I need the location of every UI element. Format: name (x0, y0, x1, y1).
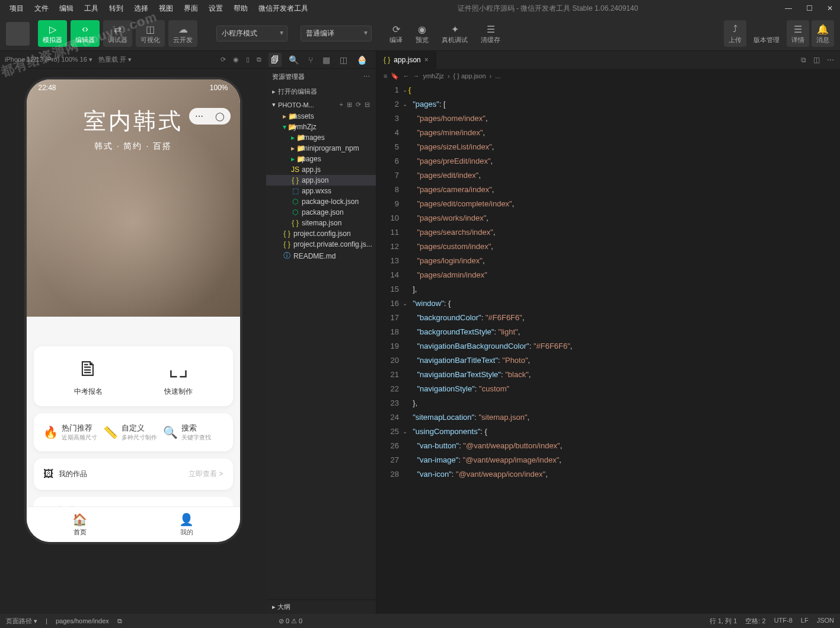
preview-button[interactable]: ◉预览 (411, 20, 433, 47)
copy-path-icon[interactable]: ⧉ (117, 617, 122, 625)
collapse-icon[interactable]: ⊟ (365, 101, 370, 109)
language-mode[interactable]: JSON (817, 617, 834, 626)
encoding-setting[interactable]: UTF-8 (774, 617, 793, 626)
tree-item-images[interactable]: ▸ 📁images (266, 132, 376, 143)
debug-tab-icon[interactable]: 🧁 (354, 53, 369, 67)
compare-icon[interactable]: ⧉ (801, 56, 806, 64)
extensions-tab-icon[interactable]: ▦ (320, 53, 333, 67)
new-folder-icon[interactable]: ⊞ (347, 101, 352, 109)
menu-项目[interactable]: 项目 (5, 1, 28, 16)
visual-button[interactable]: ◫可视化 (136, 20, 165, 47)
files-tab-icon[interactable]: 🗐 (269, 53, 282, 67)
my-works-card[interactable]: 🖼 我的作品 立即查看 > (34, 458, 233, 490)
new-file-icon[interactable]: + (340, 101, 343, 109)
menu-视图[interactable]: 视图 (154, 1, 178, 16)
split-icon[interactable]: ◫ (813, 56, 820, 64)
exam-signup-button[interactable]: 🗎 中考报名 (74, 356, 103, 397)
code-editor[interactable]: ⌄1⌄23456789101112131415⌄1617181920212223… (376, 83, 840, 614)
breadcrumb[interactable]: ≡🔖 ← → ymhZjz › { } app.json › ... (376, 69, 840, 83)
menu-选择[interactable]: 选择 (129, 1, 153, 16)
search-tab-icon[interactable]: 🔍 (286, 53, 301, 67)
tree-item-package-lock.json[interactable]: ⬡package-lock.json (266, 196, 376, 207)
component-tab-icon[interactable]: ◫ (337, 53, 350, 67)
tree-item-app.js[interactable]: JSapp.js (266, 164, 376, 175)
search-button[interactable]: 🔍 搜索关键字查找 (163, 423, 223, 442)
folder-icon: ▸ 📁 (291, 133, 299, 142)
reload-icon[interactable]: ⟳ (221, 56, 226, 63)
page-path-dropdown[interactable]: 页面路径 ▾ (6, 617, 37, 626)
menu-帮助[interactable]: 帮助 (229, 1, 253, 16)
open-editors-section[interactable]: ▸ 打开的编辑器 (266, 85, 376, 98)
hot-button[interactable]: 🔥 热门推荐近期高频尺寸 (43, 423, 103, 442)
tree-item-ymhZjz[interactable]: ▾ 📂ymhZjz (266, 122, 376, 132)
explorer-pane: 🗐 🔍 ⑂ ▦ ◫ 🧁 资源管理器 ⋯ ▸ 打开的编辑器 ▾ PHOTO-M..… (266, 51, 376, 614)
avatar[interactable] (6, 22, 30, 46)
device-dropdown[interactable]: iPhone 12/13 (Pro) 100% 16 ▾ (5, 56, 92, 63)
version-button[interactable]: 版本管理 (749, 20, 784, 47)
phone-icon[interactable]: ▯ (246, 56, 250, 63)
tree-item-project.private.config.js...[interactable]: { }project.private.config.js... (266, 239, 376, 250)
quick-make-button[interactable]: ⌞⌟ 快速制作 (164, 356, 193, 397)
debugger-button[interactable]: ⇄调试器 (103, 20, 132, 47)
hot-reload-dropdown[interactable]: 热重载 开 ▾ (98, 55, 132, 64)
more-actions-icon[interactable]: ⋯ (827, 56, 834, 64)
menu-界面[interactable]: 界面 (179, 1, 203, 16)
current-page-path[interactable]: pages/home/index (56, 617, 109, 624)
real-debug-button[interactable]: ✦真机调试 (437, 20, 472, 47)
project-section[interactable]: ▾ PHOTO-M... + ⊞ ⟳ ⊟ (266, 98, 376, 111)
toolbar: ▷模拟器 ‹›编辑器 ⇄调试器 ◫可视化 ☁云开发 小程序模式 普通编译 ⟳编译… (0, 17, 840, 51)
tree-item-sitemap.json[interactable]: { }sitemap.json (266, 218, 376, 228)
tree-item-project.config.json[interactable]: { }project.config.json (266, 228, 376, 239)
menu-设置[interactable]: 设置 (204, 1, 228, 16)
tree-item-assets[interactable]: ▸ 📁assets (266, 111, 376, 122)
cloud-button[interactable]: ☁云开发 (168, 20, 197, 47)
details-button[interactable]: ☰详情 (787, 20, 809, 47)
close-button[interactable]: ✕ (825, 4, 835, 12)
file-tab-app-json[interactable]: { } app.json × (376, 51, 436, 69)
phone-statusbar: 22:48100% (27, 79, 240, 96)
tab-mine[interactable]: 👤 我的 (133, 507, 240, 542)
custom-button[interactable]: 📏 自定义多种尺寸制作 (103, 423, 163, 442)
popout-icon[interactable]: ⧉ (257, 56, 261, 63)
editor-button[interactable]: ‹›编辑器 (71, 20, 100, 47)
messages-button[interactable]: 🔔消息 (812, 20, 834, 47)
more-icon[interactable]: ⋯ (363, 73, 370, 81)
scm-tab-icon[interactable]: ⑂ (306, 53, 315, 67)
close-tab-icon[interactable]: × (424, 56, 429, 64)
simulator-button[interactable]: ▷模拟器 (38, 20, 67, 47)
compile-mode-dropdown[interactable]: 普通编译 (301, 25, 372, 42)
menu-工具[interactable]: 工具 (79, 1, 103, 16)
bc-fwd-icon[interactable]: → (413, 72, 419, 79)
record-icon[interactable]: ◉ (233, 56, 239, 63)
maximize-button[interactable]: ☐ (804, 4, 815, 12)
bc-back-icon[interactable]: ← (403, 72, 409, 79)
tree-item-miniprogram_npm[interactable]: ▸ 📁miniprogram_npm (266, 143, 376, 154)
upload-button[interactable]: ⤴上传 (724, 20, 746, 47)
tree-item-app.json[interactable]: { }app.json (266, 175, 376, 186)
tree-item-package.json[interactable]: ⬡package.json (266, 207, 376, 218)
compile-button[interactable]: ⟳编译 (385, 20, 407, 47)
clear-cache-button[interactable]: ☰清缓存 (476, 20, 505, 47)
cursor-position[interactable]: 行 1, 列 1 (710, 617, 737, 626)
outline-section[interactable]: ▸ 大纲 (266, 600, 376, 614)
errors-status[interactable]: ⊘ 0 ⚠ 0 (279, 617, 302, 625)
minimize-button[interactable]: — (782, 4, 794, 12)
menu-编辑[interactable]: 编辑 (55, 1, 78, 16)
tree-item-README.md[interactable]: ⓘREADME.md (266, 250, 376, 262)
tree-item-pages[interactable]: ▸ 📁pages (266, 154, 376, 164)
pkg-icon: ⬡ (291, 197, 299, 206)
mode-dropdown[interactable]: 小程序模式 (216, 25, 288, 42)
spaces-setting[interactable]: 空格: 2 (745, 617, 765, 626)
tab-home[interactable]: 🏠 首页 (27, 507, 133, 542)
tree-item-app.wxss[interactable]: ⬚app.wxss (266, 186, 376, 196)
phone-simulator[interactable]: 22:48100% ⋯◯ 室内韩式 韩式 · 简约 · 百搭 🗎 中考报名 (27, 79, 240, 542)
see-now-link[interactable]: 立即查看 > (189, 469, 223, 479)
wechat-capsule[interactable]: ⋯◯ (189, 108, 231, 125)
menu-转到[interactable]: 转到 (104, 1, 128, 16)
json-icon: { } (291, 219, 299, 227)
menu-文件[interactable]: 文件 (30, 1, 53, 16)
js-icon: JS (291, 165, 299, 174)
refresh-icon[interactable]: ⟳ (356, 101, 361, 109)
menu-微信开发者工具[interactable]: 微信开发者工具 (254, 1, 313, 16)
eol-setting[interactable]: LF (801, 617, 809, 626)
